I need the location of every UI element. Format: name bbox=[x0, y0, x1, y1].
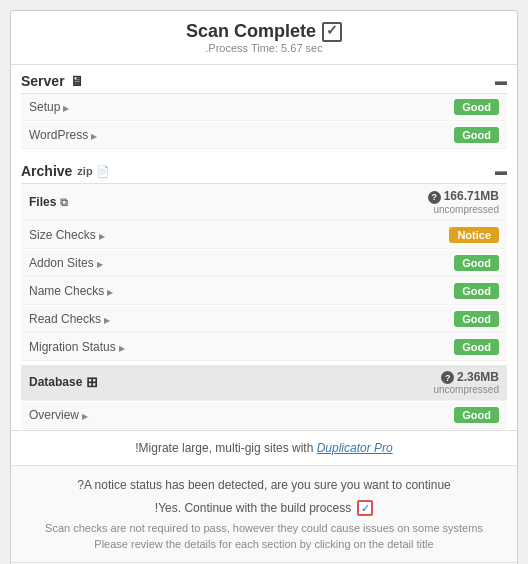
setup-badge: Good bbox=[454, 99, 499, 115]
database-icon: ⊞ bbox=[86, 374, 98, 390]
duplicator-pro-link[interactable]: Duplicator Pro bbox=[317, 441, 393, 455]
db-info-icon: ? bbox=[441, 371, 454, 384]
addon-sites-badge: Good bbox=[454, 255, 499, 271]
files-size-note: uncompressed bbox=[433, 204, 499, 215]
warning-text-1: Scan checks are not required to pass, ho… bbox=[27, 522, 501, 534]
table-row: Name Checks Good bbox=[21, 278, 507, 305]
db-size-value: 2.36MB bbox=[457, 370, 499, 384]
main-container: Scan Complete .Process Time: 5.67 sec Se… bbox=[10, 10, 518, 564]
table-row: Size Checks Notice bbox=[21, 222, 507, 249]
wordpress-badge: Good bbox=[454, 127, 499, 143]
name-checks-label: Name Checks bbox=[29, 284, 104, 298]
files-info-icon: ? bbox=[428, 191, 441, 204]
table-row: Overview Good bbox=[21, 402, 507, 429]
files-label-text: Files bbox=[29, 195, 56, 209]
table-row: Migration Status Good bbox=[21, 334, 507, 361]
name-checks-badge: Good bbox=[454, 283, 499, 299]
migration-status-arrow-icon bbox=[119, 340, 125, 354]
server-title: Server bbox=[21, 73, 84, 89]
title-text: Scan Complete bbox=[186, 21, 316, 42]
size-checks-label: Size Checks bbox=[29, 228, 96, 242]
copy-icon bbox=[60, 195, 68, 209]
archive-title: Archive zip 📄 bbox=[21, 163, 110, 179]
archive-minimize-icon[interactable]: ▬ bbox=[495, 164, 507, 178]
migration-status-badge: Good bbox=[454, 339, 499, 355]
server-minimize-icon[interactable]: ▬ bbox=[495, 74, 507, 88]
header: Scan Complete .Process Time: 5.67 sec bbox=[11, 11, 517, 65]
continue-checkbox[interactable] bbox=[357, 500, 373, 516]
continue-line: !Yes. Continue with the build process bbox=[27, 500, 501, 516]
size-checks-badge: Notice bbox=[449, 227, 499, 243]
read-checks-badge: Good bbox=[454, 311, 499, 327]
table-row: Read Checks Good bbox=[21, 306, 507, 333]
table-row: Addon Sites Good bbox=[21, 250, 507, 277]
overview-arrow-icon bbox=[82, 408, 88, 422]
archive-section-header: Archive zip 📄 ▬ bbox=[21, 155, 507, 184]
notice-text: ?A notice status has been detected, are … bbox=[27, 478, 501, 492]
archive-section: Archive zip 📄 ▬ Files ? 166.71MB uncompr… bbox=[11, 155, 517, 429]
overview-label: Overview bbox=[29, 408, 79, 422]
table-row: Setup Good bbox=[21, 94, 507, 121]
process-time: .Process Time: 5.67 sec bbox=[11, 42, 517, 60]
addon-sites-arrow-icon bbox=[97, 256, 103, 270]
files-row: Files ? 166.71MB uncompressed bbox=[21, 184, 507, 221]
scan-complete-title: Scan Complete bbox=[186, 21, 342, 42]
migrate-section: !Migrate large, multi-gig sites with Dup… bbox=[11, 430, 517, 465]
database-title-text: Database bbox=[29, 375, 82, 389]
migration-status-label: Migration Status bbox=[29, 340, 116, 354]
complete-check-icon bbox=[322, 22, 342, 42]
db-size-note: uncompressed bbox=[433, 384, 499, 395]
addon-sites-label: Addon Sites bbox=[29, 256, 94, 270]
server-section-header: Server ▬ bbox=[21, 65, 507, 94]
continue-label: !Yes. Continue with the build process bbox=[155, 501, 351, 515]
warning-text-2: Please review the details for each secti… bbox=[27, 538, 501, 550]
server-section: Server ▬ Setup Good WordPress Good bbox=[11, 65, 517, 149]
overview-badge: Good bbox=[454, 407, 499, 423]
notice-section: ?A notice status has been detected, are … bbox=[11, 465, 517, 562]
wordpress-label: WordPress bbox=[29, 128, 88, 142]
name-checks-arrow-icon bbox=[107, 284, 113, 298]
read-checks-label: Read Checks bbox=[29, 312, 101, 326]
setup-label: Setup bbox=[29, 100, 60, 114]
wordpress-arrow-icon bbox=[91, 128, 97, 142]
files-size-value: 166.71MB bbox=[444, 189, 499, 203]
migrate-text: !Migrate large, multi-gig sites with bbox=[135, 441, 316, 455]
zip-icon: zip 📄 bbox=[77, 165, 109, 178]
read-checks-arrow-icon bbox=[104, 312, 110, 326]
server-icon bbox=[70, 73, 84, 89]
setup-arrow-icon bbox=[63, 100, 69, 114]
table-row: WordPress Good bbox=[21, 122, 507, 149]
size-checks-arrow-icon bbox=[99, 228, 105, 242]
database-header-row: Database ⊞ ? 2.36MB uncompressed bbox=[21, 365, 507, 402]
